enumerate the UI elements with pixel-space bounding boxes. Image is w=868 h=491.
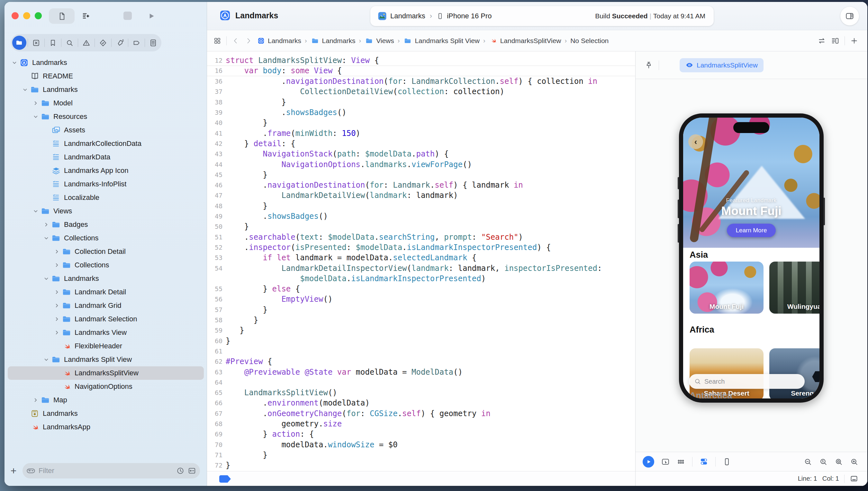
code-line-59[interactable]: 59 } [207,325,635,336]
recents-clock-icon[interactable] [176,467,185,475]
breadcrumb-item-views[interactable]: Views [365,36,394,45]
code-line-66[interactable]: 66 .environment(modelData) [207,398,635,408]
sidebar-item-landmarkssplitview[interactable]: LandmarksSplitView [8,366,204,380]
disclosure-right-icon[interactable] [31,397,40,403]
back-chevron-icon[interactable] [232,37,240,45]
navigator-tab-8[interactable] [128,36,145,49]
sidebar-item-landmarks[interactable]: Landmarks [8,56,204,69]
sidebar-item-landmarks-view[interactable]: Landmarks View [8,326,204,339]
code-line-62[interactable]: 62#Preview { [207,356,635,367]
inspector-toggle-button[interactable] [840,7,859,25]
breakpoint-tag-button[interactable] [219,475,231,483]
disclosure-down-icon[interactable] [42,235,51,241]
disclosure-down-icon[interactable] [31,208,40,214]
sidebar-item-landmarkdata[interactable]: LandmarkData [8,150,204,164]
disclosure-down-icon[interactable] [21,87,29,92]
sidebar-item-collection-detail[interactable]: Collection Detail [8,245,204,258]
search-bar[interactable]: Search [689,374,805,389]
code-line-53[interactable]: 53 if let landmark = modelData.selectedL… [207,253,635,263]
code-line-52[interactable]: 52 .inspector(isPresented: $modelData.is… [207,242,635,253]
zoom-out-icon[interactable] [804,458,812,466]
related-items-icon[interactable] [214,37,221,45]
breadcrumb-item-no-selection[interactable]: No Selection [570,37,609,45]
code-line-51[interactable]: 51 .searchable(text: $modelData.searchSt… [207,232,635,242]
navigator-tab-5[interactable] [78,36,94,49]
disclosure-down-icon[interactable] [31,114,40,119]
landmark-card-wulingyuan[interactable]: Wulingyuan [769,262,819,314]
editor-layout-icon[interactable] [831,37,839,45]
sidebar-item-assets[interactable]: Assets [8,123,204,137]
sidebar-item-badges[interactable]: Badges [8,218,204,231]
code-line-57[interactable]: 57 } [207,304,635,315]
disclosure-right-icon[interactable] [53,303,61,309]
disclosure-down-icon[interactable] [42,276,51,282]
navigator-tab-9[interactable] [145,36,161,49]
navigator-tab-3[interactable] [45,36,61,49]
code-line-60[interactable]: 60} [207,336,635,346]
show-document-items-button[interactable] [49,8,75,24]
breadcrumb-item-landmarks[interactable]: Landmarks [311,36,356,45]
sidebar-item-landmarks[interactable]: Landmarks [8,272,204,285]
close-button[interactable] [11,12,19,19]
code-line-70[interactable]: 70 modelData.windowSize = $0 [207,439,635,450]
sidebar-item-resources[interactable]: Resources [8,110,204,123]
code-line-61[interactable]: 61 [207,346,635,356]
code-line-47[interactable]: 47 LandmarkDetailView(landmark: landmark… [207,190,635,201]
code-line-45[interactable]: 45 } [207,169,635,180]
device-settings-button[interactable] [700,457,708,466]
disclosure-right-icon[interactable] [31,100,40,106]
code-line-39[interactable]: 39 .showsBadges() [207,107,635,118]
zoom-100-icon[interactable] [819,458,828,466]
code-assistant-icon[interactable] [79,9,93,23]
sidebar-item-landmarkcollectiondata[interactable]: LandmarkCollectionData [8,137,204,150]
code-line-44[interactable]: 44 NavigationOptions.landmarks.viewForPa… [207,159,635,170]
sidebar-item-landmarks-split-view[interactable]: Landmarks Split View [8,353,204,366]
disclosure-right-icon[interactable] [53,330,61,336]
code-line-65[interactable]: 65 LandmarksSplitView() [207,387,635,398]
sidebar-item-landmarks[interactable]: Landmarks [8,83,204,96]
code-line-41[interactable]: 41 .frame(minWidth: 150) [207,128,635,139]
sidebar-item-landmarksapp[interactable]: LandmarksApp [8,420,204,434]
disclosure-right-icon[interactable] [53,249,61,255]
filter-field[interactable]: Filter [23,463,200,479]
sidebar-item-landmarks-app-icon[interactable]: Landmarks App Icon [8,164,204,177]
sidebar-item-landmark-grid[interactable]: Landmark Grid [8,299,204,312]
code-line-72[interactable]: 72} [207,460,635,471]
landmark-card-serengeti[interactable]: Serengeti [769,348,819,399]
code-line-36[interactable]: 36 .navigationDestination(for: LandmarkC… [207,76,635,87]
disclosure-down-icon[interactable] [10,60,19,65]
code-line-38[interactable]: 38 } [207,97,635,107]
code-line-58[interactable]: 58 } [207,315,635,325]
sidebar-item-collections[interactable]: Collections [8,258,204,272]
code-line-71[interactable]: 71 } [207,450,635,460]
flags-toggle-icon[interactable] [188,467,196,475]
code-line-42[interactable]: 42 } detail: { [207,138,635,149]
sidebar-item-flexibleheader[interactable]: FlexibleHeader [8,339,204,353]
display-icon[interactable] [850,474,858,483]
code-line-56[interactable]: 56 EmptyView() [207,294,635,305]
forward-chevron-icon[interactable] [245,37,252,45]
add-item-button[interactable]: + [4,465,23,477]
add-editor-icon[interactable] [850,37,858,45]
code-line-48[interactable]: 48 } [207,201,635,211]
disclosure-right-icon[interactable] [42,222,51,228]
live-preview-button[interactable] [643,456,654,467]
pin-icon[interactable] [645,61,653,69]
run-button[interactable] [145,10,158,23]
code-line-43[interactable]: 43 NavigationStack(path: $modelData.path… [207,149,635,160]
stop-button[interactable] [123,11,132,20]
breadcrumb-item-landmarks-split-view[interactable]: Landmarks Split View [403,36,480,45]
zoom-button[interactable] [35,12,42,19]
navigator-tab-2[interactable] [28,36,45,49]
disclosure-right-icon[interactable] [53,289,61,295]
zoom-in-icon[interactable] [850,458,858,466]
sidebar-item-localizable[interactable]: Localizable [8,191,204,204]
landmark-card-mount-fuji[interactable]: Mount Fuji [690,262,763,314]
variants-button[interactable] [677,458,685,466]
disclosure-right-icon[interactable] [53,316,61,322]
sidebar-item-landmark-selection[interactable]: Landmark Selection [8,312,204,326]
code-line-40[interactable]: 40 } [207,118,635,128]
sidebar-item-collections[interactable]: Collections [8,231,204,245]
disclosure-right-icon[interactable] [53,262,61,268]
code-line-63[interactable]: 63 @Previewable @State var modelData = M… [207,367,635,377]
